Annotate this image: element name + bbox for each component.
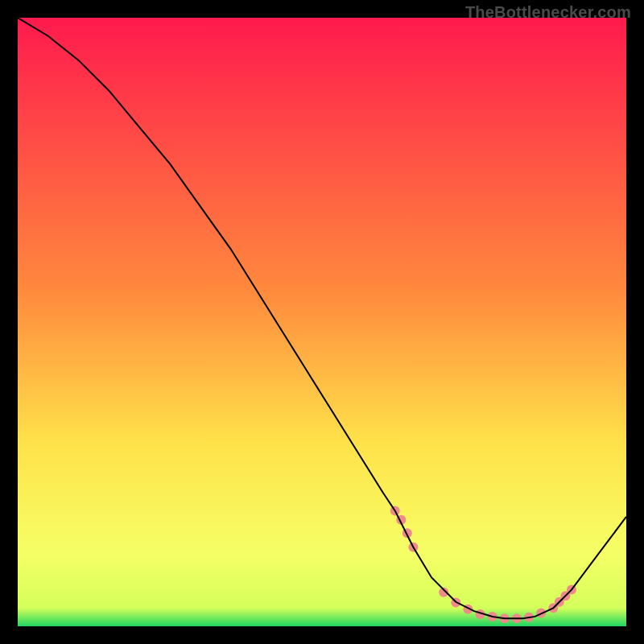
gradient-background xyxy=(18,18,626,626)
chart-plot-area xyxy=(18,18,626,626)
chart-svg xyxy=(18,18,626,626)
chart-stage: TheBottlenecker.com xyxy=(0,0,644,644)
